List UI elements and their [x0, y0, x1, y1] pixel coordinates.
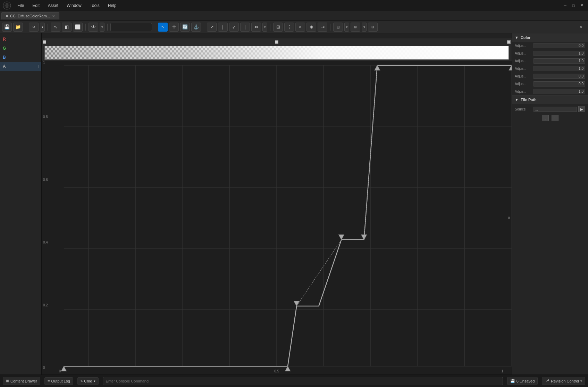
arrow-btn[interactable]: ⇔ — [251, 23, 261, 32]
channel-a[interactable]: A | — [0, 62, 41, 71]
svg-line-25 — [296, 240, 341, 306]
cmd-btn[interactable]: > Cmd ▾ — [77, 377, 99, 385]
toolbar-separator-2 — [48, 24, 48, 31]
loop-btn[interactable]: 🔄 — [180, 23, 190, 32]
nav-up-btn[interactable]: ↑ — [552, 115, 558, 121]
color-label-6: Adjus... — [515, 90, 532, 93]
view-btn[interactable]: ◱ — [333, 23, 343, 32]
window-controls: ─ □ ✕ — [562, 2, 585, 9]
search-input[interactable] — [110, 23, 152, 31]
color-label-4: Adjus... — [515, 74, 532, 78]
color-section: ▼ Color Adjus... 0.0 Adjus... 1.0 Adjus.… — [512, 33, 588, 96]
menu-tools[interactable]: Tools — [86, 2, 103, 9]
frame-btn[interactable]: ⬜ — [73, 23, 83, 32]
revision-label: Revision Control — [551, 379, 579, 383]
snap5-btn[interactable]: ⇥ — [318, 23, 327, 32]
color-value-6[interactable]: 1.0 — [534, 89, 585, 94]
color-value-1[interactable]: 1.0 — [534, 51, 585, 56]
cursor-btn[interactable]: ↖ — [158, 23, 168, 32]
tangent1-btn[interactable]: ↗ — [207, 23, 217, 32]
tab-close-icon[interactable]: ✕ — [52, 14, 55, 18]
color-value-0[interactable]: 0.0 — [534, 43, 585, 48]
select-btn[interactable]: ↖ — [51, 23, 60, 32]
source-browse-btn[interactable]: ▶ — [578, 106, 585, 112]
maximize-button[interactable]: □ — [570, 2, 577, 9]
move-btn[interactable]: ✛ — [169, 23, 179, 32]
revision-dropdown-icon: ▾ — [580, 379, 582, 383]
channel-b[interactable]: B — [0, 53, 41, 62]
close-button[interactable]: ✕ — [578, 2, 585, 9]
color-section-title: Color — [521, 35, 531, 40]
svg-marker-19 — [285, 366, 290, 371]
content-drawer-btn[interactable]: ⊞ Content Drawer — [3, 377, 40, 385]
color-value-5[interactable]: 0.0 — [534, 81, 585, 87]
revision-icon: ⎇ — [545, 379, 549, 383]
snap3-btn[interactable]: × — [295, 23, 305, 32]
menu-bar: File Edit Asset Window Tools Help — [14, 2, 562, 9]
color-row-2: Adjus... 1.0 — [512, 57, 588, 65]
color-value-4[interactable]: 0.0 — [534, 74, 585, 79]
menu-help[interactable]: Help — [104, 2, 120, 9]
output-log-label: Output Log — [51, 379, 70, 383]
grid-btn[interactable]: ⊞ — [351, 23, 360, 32]
tangent2-btn[interactable]: ↙ — [229, 23, 239, 32]
svg-marker-18 — [61, 366, 66, 371]
revision-control-btn[interactable]: ⎇ Revision Control ▾ — [542, 377, 585, 385]
content-drawer-icon: ⊞ — [6, 379, 9, 383]
sep2-btn[interactable]: | — [240, 23, 250, 32]
menu-edit[interactable]: Edit — [29, 2, 43, 9]
minimize-button[interactable]: ─ — [562, 2, 569, 9]
console-input[interactable] — [103, 377, 503, 385]
sep1-btn[interactable]: | — [218, 23, 228, 32]
history-dropdown[interactable]: ▾ — [40, 23, 45, 32]
color-value-2[interactable]: 1.0 — [534, 58, 585, 64]
app-icon — [3, 1, 11, 10]
file-path-header[interactable]: ▼ File Path — [512, 96, 588, 104]
select2-btn[interactable]: ◧ — [62, 23, 72, 32]
toolbar-separator-6 — [204, 24, 204, 31]
channel-g[interactable]: G — [0, 44, 41, 53]
curve-area: 0 0.2 0.4 0.6 0.8 1 A 0 0.5 1 — [42, 61, 512, 374]
gradient-area: 0 0.2 0.4 0.6 0.8 1 A 0 0.5 1 — [42, 33, 512, 374]
status-bar: ⊞ Content Drawer ≡ Output Log > Cmd ▾ 💾 … — [0, 374, 588, 387]
output-log-btn[interactable]: ≡ Output Log — [44, 377, 73, 385]
menu-file[interactable]: File — [14, 2, 27, 9]
eye-btn[interactable]: 👁 — [89, 23, 98, 32]
color-value-3[interactable]: 1.0 — [534, 66, 585, 71]
expand-btn[interactable]: » — [576, 23, 586, 32]
stop-marker-100[interactable] — [507, 40, 511, 44]
gradient-ruler — [42, 33, 512, 39]
stop-marker-0[interactable] — [43, 40, 46, 44]
color-label-1: Adjus... — [515, 51, 532, 55]
menu-window[interactable]: Window — [63, 2, 85, 9]
tab-bar: CC_DiffuseColorRam... ✕ — [0, 11, 588, 21]
browse-button[interactable]: 📁 — [13, 23, 23, 32]
menu-asset[interactable]: Asset — [44, 2, 62, 9]
history-btn[interactable]: ↺ — [29, 23, 39, 32]
color-label-2: Adjus... — [515, 59, 532, 63]
toolbar-separator-4 — [107, 24, 108, 31]
snap2-btn[interactable]: ⋮ — [284, 23, 294, 32]
nav-down-btn[interactable]: ↓ — [542, 115, 549, 121]
anchor-btn[interactable]: ⚓ — [191, 23, 201, 32]
snap4-btn[interactable]: ⊕ — [306, 23, 316, 32]
right-panel: ▼ Color Adjus... 0.0 Adjus... 1.0 Adjus.… — [512, 33, 588, 374]
channel-r[interactable]: R — [0, 35, 41, 44]
flatten-btn[interactable]: ⊟ — [368, 23, 378, 32]
view-dropdown[interactable]: ▾ — [344, 23, 349, 32]
file-path-section: ▼ File Path Source ... ▶ ↓ ↑ — [512, 96, 588, 125]
arrow-dropdown[interactable]: ▾ — [262, 23, 267, 32]
toolbar-separator-8 — [330, 24, 330, 31]
tab-diffuse[interactable]: CC_DiffuseColorRam... ✕ — [1, 12, 59, 19]
unsaved-count-btn[interactable]: 💾 6 Unsaved — [507, 377, 538, 385]
tab-label: CC_DiffuseColorRam... — [10, 14, 50, 18]
stop-marker-50[interactable] — [275, 40, 278, 44]
eye-dropdown[interactable]: ▾ — [100, 23, 104, 32]
color-section-header[interactable]: ▼ Color — [512, 33, 588, 42]
source-value[interactable]: ... — [534, 107, 577, 112]
color-row-0: Adjus... 0.0 — [512, 42, 588, 49]
snap-btn[interactable]: ⊞ — [273, 23, 283, 32]
grid-dropdown[interactable]: ▾ — [362, 23, 367, 32]
save-button[interactable]: 💾 — [2, 23, 12, 32]
color-label-3: Adjus... — [515, 67, 532, 71]
